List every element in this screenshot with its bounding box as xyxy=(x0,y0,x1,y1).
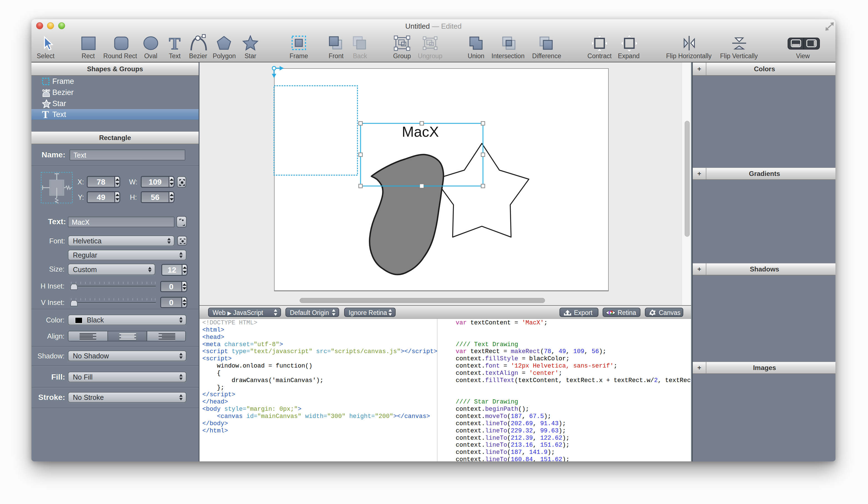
svg-text:MacX: MacX xyxy=(402,124,439,140)
svg-text:T: T xyxy=(169,34,180,53)
